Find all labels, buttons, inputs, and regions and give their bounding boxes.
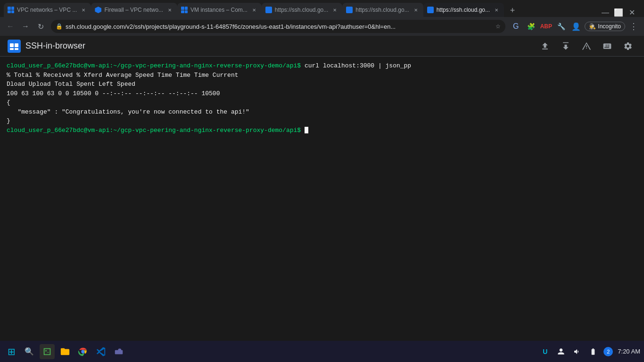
tab-favicon (265, 7, 272, 13)
taskbar-left: ⊞ 🔍 (4, 344, 126, 359)
new-tab-button[interactable]: + (506, 4, 519, 17)
close-button[interactable]: ✕ (627, 8, 636, 17)
taskbar-right: U 2 7:20 AM (539, 346, 640, 357)
terminal-line-7: } (7, 116, 637, 126)
tab-close-button[interactable]: ✕ (412, 6, 420, 14)
minimize-button[interactable]: — (601, 8, 610, 17)
tab-close-button[interactable]: ✕ (80, 6, 87, 14)
extensions-puzzle-icon[interactable]: 🔧 (554, 20, 568, 33)
toolbar-right: G 🧩 ABP 🔧 👤 🕵 Incognito ⋮ (509, 20, 640, 33)
terminal-line-5: { (7, 98, 637, 107)
terminal-line-8: cloud_user_p_66e27bdc@vm-api:~/gcp-vpc-p… (7, 126, 637, 135)
terminal-icon-button[interactable] (40, 344, 55, 359)
user-icon[interactable] (555, 346, 567, 357)
tab-close-button[interactable]: ✕ (493, 6, 500, 14)
download-icon-button[interactable] (557, 38, 574, 55)
terminal-line-2: % Total % Received % Xferd Average Speed… (7, 71, 637, 80)
tab-label: Firewall – VPC netwo... (104, 7, 163, 13)
cursor-area (301, 127, 308, 134)
svg-rect-3 (15, 48, 18, 50)
notification-badge[interactable]: 2 (603, 347, 613, 356)
toolbar: ← → ↻ 🔒 ssh.cloud.google.com/v2/ssh/proj… (0, 17, 644, 36)
battery-icon[interactable] (587, 346, 599, 357)
terminal-line-3: Dload Upload Total Spent Left Speed (7, 80, 637, 89)
tab-favicon (95, 7, 101, 13)
address-bar[interactable]: 🔒 ssh.cloud.google.com/v2/ssh/projects/p… (51, 20, 505, 33)
keyboard-icon-button[interactable] (599, 38, 616, 55)
url-text: ssh.cloud.google.com/v2/ssh/projects/pla… (66, 23, 493, 30)
svg-rect-0 (10, 43, 14, 47)
tab-vm-instances[interactable]: VM instances – Com... ✕ (177, 3, 262, 17)
tab-ssh-2[interactable]: https://ssh.cloud.go... ✕ (342, 3, 423, 17)
command-text: curl localhost:3000 | json_pp (301, 62, 411, 69)
extensions-icon[interactable]: 🧩 (524, 20, 537, 33)
terminal-line-6: "message" : "Congratulations, you're now… (7, 107, 637, 117)
unikey-icon[interactable]: U (539, 346, 551, 357)
svg-rect-2 (10, 48, 14, 50)
ssh-header: SSH-in-browser (0, 36, 644, 57)
vscode-button[interactable] (93, 344, 108, 359)
tab-ssh-1[interactable]: https://ssh.cloud.go... ✕ (262, 3, 342, 17)
time-display: 7:20 AM (618, 348, 640, 355)
terminal-cursor (305, 127, 308, 133)
tab-favicon (427, 7, 434, 13)
browser-chrome: VPC networks – VPC ... ✕ Firewall – VPC … (0, 0, 644, 36)
terminal[interactable]: cloud_user_p_66e27bdc@vm-api:~/gcp-vpc-p… (0, 57, 644, 341)
tab-favicon (346, 7, 353, 13)
maximize-button[interactable]: ⬜ (614, 8, 623, 17)
tab-bar: VPC networks – VPC ... ✕ Firewall – VPC … (0, 0, 644, 17)
incognito-icon: 🕵 (589, 23, 596, 30)
tab-favicon (8, 7, 14, 13)
tab-close-button[interactable]: ✕ (331, 6, 339, 14)
menu-button[interactable]: ⋮ (627, 20, 640, 33)
reload-button[interactable]: ↻ (34, 20, 47, 33)
ssh-logo (8, 40, 21, 53)
incognito-label: Incognito (598, 23, 621, 30)
svg-rect-1 (15, 43, 18, 47)
forward-button[interactable]: → (19, 20, 32, 33)
alert-icon-button[interactable] (578, 38, 595, 55)
upload-icon-button[interactable] (537, 38, 553, 55)
profile-icon[interactable]: G (509, 20, 522, 33)
terminal-line-4: 100 63 100 63 0 0 10500 0 --:--:-- --:--… (7, 89, 637, 99)
teams-button[interactable] (111, 344, 126, 359)
terminal-line-1: cloud_user_p_66e27bdc@vm-api:~/gcp-vpc-p… (7, 61, 637, 71)
chrome-button[interactable] (75, 344, 91, 359)
tab-label: https://ssh.cloud.go... (355, 7, 409, 13)
volume-icon[interactable] (571, 346, 583, 357)
search-button[interactable]: 🔍 (22, 344, 37, 359)
prompt-text: cloud_user_p_66e27bdc@vm-api:~/gcp-vpc-p… (7, 62, 301, 69)
tab-label: VPC networks – VPC ... (17, 7, 77, 13)
tab-vpc-networks[interactable]: VPC networks – VPC ... ✕ (4, 3, 91, 17)
window-controls: — ⬜ ✕ (597, 8, 640, 17)
incognito-badge: 🕵 Incognito (585, 22, 625, 31)
file-manager-button[interactable] (58, 344, 73, 359)
tab-label: https://ssh.cloud.go... (437, 7, 490, 13)
abp-icon[interactable]: ABP (539, 20, 553, 33)
back-button[interactable]: ← (4, 20, 17, 33)
tab-close-button[interactable]: ✕ (166, 6, 173, 14)
prompt-text-2: cloud_user_p_66e27bdc@vm-api:~/gcp-vpc-p… (7, 127, 301, 134)
profile-avatar-icon[interactable]: 👤 (570, 20, 583, 33)
start-menu-button[interactable]: ⊞ (4, 344, 19, 359)
tab-close-button[interactable]: ✕ (250, 6, 258, 14)
tab-label: VM instances – Com... (190, 7, 248, 13)
tab-label: https://ssh.cloud.go... (275, 7, 328, 13)
tab-ssh-3-active[interactable]: https://ssh.cloud.go... ✕ (423, 3, 504, 17)
ssh-app-title: SSH-in-browser (25, 41, 85, 51)
ssh-toolbar-icons (537, 38, 636, 55)
tab-favicon (181, 7, 188, 13)
star-icon[interactable]: ☆ (495, 23, 501, 30)
taskbar: ⊞ 🔍 (0, 341, 644, 362)
tab-firewall[interactable]: Firewall – VPC netwo... ✕ (91, 3, 177, 17)
ssh-title: SSH-in-browser (8, 40, 85, 53)
lock-icon: 🔒 (56, 23, 63, 30)
settings-icon-button[interactable] (619, 38, 636, 55)
